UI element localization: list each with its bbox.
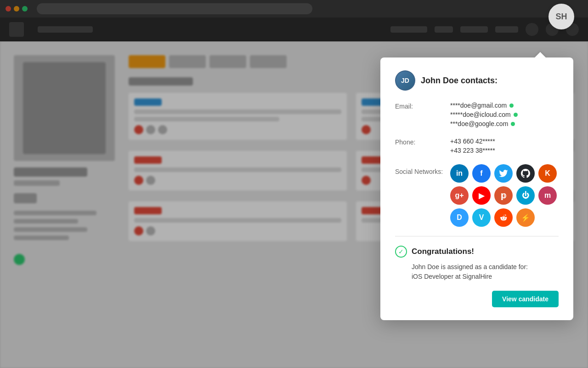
user-avatar[interactable]: SH bbox=[548, 4, 574, 29]
congrats-title: Congratulations! bbox=[412, 247, 474, 256]
view-candidate-button[interactable]: View candidate bbox=[492, 291, 559, 307]
popup-card: JD John Doe contacts: Email: ****doe@gma… bbox=[380, 58, 573, 320]
email-label: Email: bbox=[395, 102, 450, 110]
email-3: ***doe@google.com bbox=[450, 120, 559, 127]
social-networks-row: Social Networks: in f K g+ ▶ 𝕡 ⏻ m D V ⚡ bbox=[395, 164, 559, 227]
popup-header: JD John Doe contacts: bbox=[395, 70, 559, 91]
aboutme-icon[interactable]: ⏻ bbox=[516, 186, 535, 205]
twitter-icon[interactable] bbox=[494, 164, 513, 183]
email-row: Email: ****doe@gmail.com *****doe@icloud… bbox=[395, 102, 559, 129]
email-1: ****doe@gmail.com bbox=[450, 102, 559, 109]
github-icon[interactable] bbox=[516, 164, 535, 183]
email-2-status bbox=[514, 113, 518, 117]
email-1-status bbox=[509, 104, 514, 108]
email-3-text: ***doe@google.com bbox=[450, 120, 508, 127]
social-label: Social Networks: bbox=[395, 164, 450, 175]
congrats-section: ✓ Congratulations! John Doe is assigned … bbox=[395, 246, 559, 282]
popup-divider bbox=[395, 236, 559, 236]
phone-2-text: +43 223 38***** bbox=[450, 147, 495, 154]
email-2: *****doe@icloud.com bbox=[450, 111, 559, 118]
avatar-initials: JD bbox=[396, 71, 414, 90]
vimeo-icon[interactable]: V bbox=[472, 208, 491, 227]
checkmark-icon: ✓ bbox=[398, 248, 404, 255]
popup-avatar: JD bbox=[395, 70, 415, 91]
phone-label: Phone: bbox=[395, 138, 450, 146]
producthunt-icon[interactable]: 𝕡 bbox=[494, 186, 513, 205]
email-1-text: ****doe@gmail.com bbox=[450, 102, 507, 109]
googleplus-icon[interactable]: g+ bbox=[450, 186, 469, 205]
stackoverflow-icon[interactable]: ⚡ bbox=[516, 208, 535, 227]
phone-1: +43 660 42***** bbox=[450, 138, 559, 145]
myspace-icon[interactable]: m bbox=[538, 186, 557, 205]
phone-row: Phone: +43 660 42***** +43 223 38***** bbox=[395, 138, 559, 156]
social-icons-grid: in f K g+ ▶ 𝕡 ⏻ m D V ⚡ bbox=[450, 164, 559, 227]
disqus-icon[interactable]: D bbox=[450, 208, 469, 227]
congrats-check-icon: ✓ bbox=[395, 246, 407, 258]
phone-2: +43 223 38***** bbox=[450, 147, 559, 154]
facebook-icon[interactable]: f bbox=[472, 164, 491, 183]
popup-title: John Doe contacts: bbox=[421, 76, 498, 86]
linkedin-icon[interactable]: in bbox=[450, 164, 469, 183]
congrats-header: ✓ Congratulations! bbox=[395, 246, 559, 258]
congrats-text: John Doe is assigned as a candidate for:… bbox=[395, 262, 559, 282]
klout-icon[interactable]: K bbox=[538, 164, 557, 183]
reddit-icon[interactable] bbox=[494, 208, 513, 227]
email-3-status bbox=[511, 122, 515, 126]
email-2-text: *****doe@icloud.com bbox=[450, 111, 511, 118]
youtube-icon[interactable]: ▶ bbox=[472, 186, 491, 205]
email-values: ****doe@gmail.com *****doe@icloud.com **… bbox=[450, 102, 559, 129]
phone-values: +43 660 42***** +43 223 38***** bbox=[450, 138, 559, 156]
popup-footer: View candidate bbox=[395, 291, 559, 307]
phone-1-text: +43 660 42***** bbox=[450, 138, 495, 145]
